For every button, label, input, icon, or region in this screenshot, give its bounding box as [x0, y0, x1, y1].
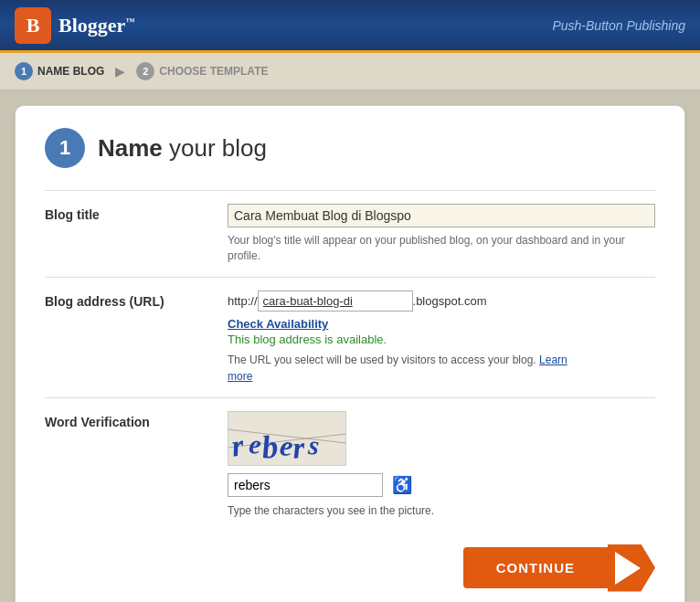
form-card: 1 Name your blog Blog title Your blog's … [15, 105, 685, 602]
card-title: 1 Name your blog [45, 128, 655, 168]
url-suffix: .blogspot.com [413, 294, 487, 308]
blog-address-label: Blog address (URL) [45, 290, 228, 309]
main-area: 1 Name your blog Blog title Your blog's … [0, 90, 700, 601]
blog-address-row: Blog address (URL) http:// .blogspot.com… [45, 277, 655, 397]
step-arrow-icon: ▶ [115, 64, 125, 79]
header: B Blogger™ Push-Button Publishing [0, 0, 700, 53]
word-verification-label: Word Verification [45, 411, 228, 429]
captcha-image: r e b e r s [228, 411, 346, 466]
blog-title-row: Blog title Your blog's title will appear… [45, 190, 655, 277]
captcha-hint: Type the characters you see in the pictu… [228, 504, 655, 517]
step2-item: 2 CHOOSE TEMPLATE [136, 62, 268, 80]
captcha-input-row: ♿ [228, 473, 655, 497]
word-verification-field: r e b e r s ♿ Type the characters you se… [228, 411, 655, 517]
url-note: The URL you select will be used by visit… [228, 352, 655, 385]
accessibility-icon[interactable]: ♿ [392, 475, 412, 495]
url-row: http:// .blogspot.com [228, 290, 655, 312]
continue-arrow-icon [608, 544, 655, 592]
step2-number: 2 [136, 62, 154, 80]
blog-title-hint: Your blog's title will appear on your pu… [228, 233, 655, 264]
header-left: B Blogger™ [15, 7, 134, 44]
blog-address-field: http:// .blogspot.com Check Availability… [228, 290, 655, 385]
steps-bar: 1 NAME BLOG ▶ 2 CHOOSE TEMPLATE [0, 53, 700, 90]
blog-title-input[interactable] [228, 204, 655, 227]
blog-title-label: Blog title [45, 204, 228, 222]
card-title-text: Name your blog [98, 134, 267, 163]
continue-row: CONTINUE [45, 544, 655, 592]
card-step-circle: 1 [45, 128, 85, 168]
blogger-logo-icon: B [15, 7, 51, 44]
svg-text:b: b [260, 428, 280, 465]
captcha-input[interactable] [228, 473, 383, 497]
card-title-bold: Name [98, 134, 163, 162]
blog-title-field: Your blog's title will appear on your pu… [228, 204, 655, 264]
step1-label: NAME BLOG [37, 65, 104, 78]
word-verification-row: Word Verification r e b e r s [45, 397, 655, 530]
header-tagline: Push-Button Publishing [552, 18, 685, 33]
step1-item: 1 NAME BLOG [15, 62, 104, 80]
step1-number: 1 [15, 62, 33, 80]
arrow-shape [615, 552, 641, 585]
url-input[interactable] [258, 290, 413, 312]
availability-status: This blog address is available. [228, 333, 655, 346]
logo-letter: B [27, 14, 40, 37]
step2-label: CHOOSE TEMPLATE [159, 65, 268, 78]
continue-button[interactable]: CONTINUE [463, 547, 608, 588]
blogger-brand-name: Blogger™ [58, 14, 134, 37]
card-title-rest: your blog [163, 134, 267, 162]
check-availability-link[interactable]: Check Availability [228, 317, 655, 331]
url-prefix: http:// [228, 294, 258, 308]
